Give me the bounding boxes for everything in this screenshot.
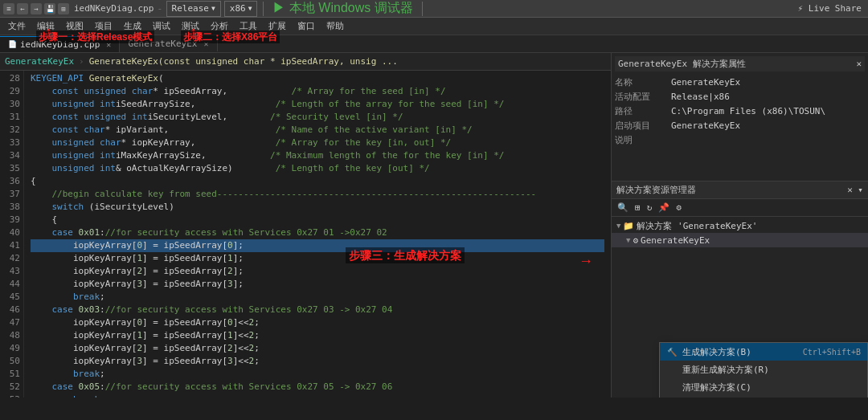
prop-label-2: 路径 [615,105,671,117]
platform-label: x86 [230,3,246,14]
se-toggle-btn[interactable]: ⊞ [633,202,643,214]
code-line-37: //begin calculate key from seed---------… [31,188,604,201]
code-panel: GenerateKeyEx › GenerateKeyEx(const unsi… [0,53,611,398]
menu-bar: 文件 编辑 视图 项目 生成 调试 测试 分析 工具 扩展 窗口 帮助 [0,18,868,35]
code-line-40: case 0x01://for security access with Ser… [31,226,604,239]
se-solution-item[interactable]: ▼ 📁 解决方案 'GenerateKeyEx' [612,218,868,233]
code-editor[interactable]: KEYGEN_API GenerateKeyEx( const unsigned… [24,71,611,398]
code-line-28: KEYGEN_API GenerateKeyEx( [31,72,604,85]
prop-value-0: GenerateKeyEx [671,77,865,88]
live-share-btn[interactable]: ⚡ Live Share [798,3,862,14]
menu-build[interactable]: 生成 [119,18,146,34]
platform-dropdown[interactable]: x86 ▼ [224,1,258,17]
code-line-31: const unsigned int iSecurityLevel, /* Se… [31,111,604,124]
code-line-43: iopKeyArray[2] = ipSeedArray[2]; [31,265,604,278]
config-dropdown[interactable]: Release ▼ [166,1,221,17]
code-line-36: { [31,175,604,188]
code-line-41: iopKeyArray[0] = ipSeedArray[0]; [31,239,604,252]
menu-edit[interactable]: 编辑 [32,18,59,34]
forward-icon[interactable]: → [31,3,42,14]
context-menu: 🔨 生成解决方案(B) Ctrl+Shift+B 重新生成解决方案(R) 清理解… [659,342,868,398]
ctx-rebuild-label: 重新生成解决方案(R) [682,364,769,376]
debug-play-button[interactable]: ▶ 本地 Windows 调试器 [269,0,416,17]
code-line-29: const unsigned char* ipSeedArray, /* Arr… [31,85,604,98]
prop-value-2: C:\Program Files (x86)\TOSUN\ [671,106,865,116]
tab-iedNKeyDiag[interactable]: 📄 iedNKeyDiag.cpp ✕ [0,36,120,52]
code-line-50: iopKeyArray[3] = ipSeedArray[3]<<2; [31,355,604,368]
code-line-51: break; [31,368,604,381]
properties-panel: GenerateKeyEx 解决方案属性 ✕ 名称 GenerateKeyEx … [612,53,868,181]
save-icon[interactable]: 💾 [44,3,55,14]
se-settings-btn[interactable]: ⚙ [674,202,684,214]
play-label: ▶ 本地 Windows 调试器 [272,1,412,14]
back-icon[interactable]: ← [17,3,28,14]
code-line-46: case 0x03://for security access with Ser… [31,304,604,316]
se-project-label: GenerateKeyEx [641,235,710,246]
sep1 [263,2,264,16]
ctx-analyze[interactable]: 分析代码清理(A) [660,396,867,398]
menu-icon[interactable]: ≡ [3,3,14,14]
ctx-rebuild-icon [666,364,678,375]
ctx-rebuild[interactable]: 重新生成解决方案(R) [660,361,867,378]
code-line-45: break; [31,291,604,304]
ctx-clean-icon [666,381,678,393]
tab-close-0[interactable]: ✕ [106,40,111,49]
se-solution-label: 解决方案 'GenerateKeyEx' [637,220,757,232]
properties-title-text: GenerateKeyEx 解决方案属性 [618,58,746,70]
se-title: 解决方案资源管理器 [616,184,696,196]
code-line-30: unsigned int iSeedArraySize, /* Length o… [31,98,604,111]
prop-value-3: GenerateKeyEx [671,120,865,131]
tab-close-1[interactable]: ✕ [203,39,208,48]
breadcrumb-2: GenerateKeyEx(const unsigned char * ipSe… [89,56,398,67]
sep2 [422,2,423,16]
code-line-48: iopKeyArray[1] = ipSeedArray[1]<<2; [31,329,604,342]
code-line-47: iopKeyArray[0] = ipSeedArray[0]<<2; [31,316,604,329]
se-refresh-btn[interactable]: ↻ [645,202,655,214]
tab-icon: 📄 [8,40,17,48]
menu-window[interactable]: 窗口 [293,18,320,34]
tab-generatekeyex[interactable]: GenerateKeyEx ✕ [120,36,217,51]
tab-label-0: iedNKeyDiag.cpp [20,39,100,50]
code-line-39: { [31,214,604,226]
code-line-42: iopKeyArray[1] = ipSeedArray[1]; [31,252,604,265]
ctx-clean[interactable]: 清理解决方案(C) [660,378,867,396]
menu-file[interactable]: 文件 [3,18,31,34]
prop-label-0: 名称 [615,76,671,88]
title-sep: - [157,3,162,14]
properties-close[interactable]: ✕ [856,59,862,69]
code-line-35: unsigned int& oActualKeyArraySize) /* Le… [31,162,604,175]
code-line-34: unsigned int iMaxKeyArraySize, /* Maximu… [31,149,604,162]
se-search-btn[interactable]: 🔍 [615,202,631,214]
se-pin-btn[interactable]: 📌 [656,202,672,214]
tab-bar: 📄 iedNKeyDiag.cpp ✕ GenerateKeyEx ✕ [0,35,868,53]
se-header: 解决方案资源管理器 ✕ ▾ [612,181,868,199]
ctx-build-shortcut: Ctrl+Shift+B [803,348,861,357]
code-line-44: iopKeyArray[3] = ipSeedArray[3]; [31,278,604,291]
menu-help[interactable]: 帮助 [321,18,349,34]
code-line-38: switch (iSecurityLevel) [31,201,604,214]
ctx-build-solution[interactable]: 🔨 生成解决方案(B) Ctrl+Shift+B [660,343,867,361]
main-toolbar: iedNKeyDiag.cpp - Release ▼ x86 ▼ ▶ 本地 W… [71,0,865,17]
se-project-item[interactable]: ▼ ⚙ GenerateKeyEx [612,233,868,247]
prop-value-1: Release|x86 [671,92,865,102]
code-breadcrumb: GenerateKeyEx › GenerateKeyEx(const unsi… [0,53,611,71]
solution-explorer: 解决方案资源管理器 ✕ ▾ 🔍 ⊞ ↻ 📌 ⚙ ▼ 📁 解决方案 'Genera… [612,181,868,398]
save-all-icon[interactable]: ⊞ [58,3,69,14]
window-controls[interactable]: ≡ ← → 💾 ⊞ [3,3,69,14]
menu-ext[interactable]: 扩展 [264,18,291,34]
menu-analyze[interactable]: 分析 [206,18,233,34]
code-content: 2829303132 3334353637 3839404142 4344454… [0,71,611,398]
ctx-clean-label: 清理解决方案(C) [682,381,751,393]
code-line-53: break; [31,393,604,398]
menu-project[interactable]: 项目 [90,18,117,34]
menu-debug[interactable]: 调试 [148,18,175,34]
code-line-52: case 0x05://for security access with Ser… [31,381,604,393]
prop-row-startup: 启动项目 GenerateKeyEx [615,118,865,133]
menu-view[interactable]: 视图 [61,18,88,34]
breadcrumb-sep: › [79,56,84,67]
se-close[interactable]: ✕ ▾ [847,185,863,195]
menu-test[interactable]: 测试 [177,18,204,34]
menu-tools[interactable]: 工具 [235,18,262,34]
breadcrumb-1: GenerateKeyEx [5,56,74,67]
properties-title: GenerateKeyEx 解决方案属性 ✕ [615,56,865,71]
